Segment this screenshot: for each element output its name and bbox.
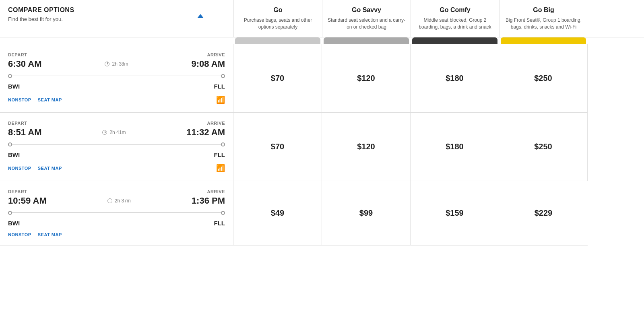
flight-3-duration: 2h 37m xyxy=(107,198,131,204)
origin-dot-3 xyxy=(8,211,12,215)
depart-label-2: DEPART xyxy=(8,121,27,126)
column-go-savvy-desc: Standard seat selection and a carry-on o… xyxy=(327,17,406,31)
seat-map-link-3[interactable]: SEAT MAP xyxy=(38,232,62,237)
flights-table: DEPART ARRIVE 6:30 AM 2h 38m 9:08 AM BWI… xyxy=(0,44,644,245)
arrive-label-3: ARRIVE xyxy=(207,189,225,194)
dest-dot-2 xyxy=(221,142,225,146)
flight-3-footer: NONSTOP SEAT MAP xyxy=(8,232,225,237)
dest-dot-3 xyxy=(221,211,225,215)
compare-left: COMPARE OPTIONS Find the best fit for yo… xyxy=(0,0,233,37)
flight-1-depart-time: 6:30 AM xyxy=(8,59,42,69)
column-go-big: Go Big Big Front Seat®, Group 1 boarding… xyxy=(499,0,588,37)
flight-3-airports: BWI FLL xyxy=(8,220,225,227)
flight-3-route xyxy=(8,211,225,215)
flight-3-times: 10:59 AM 2h 37m 1:36 PM xyxy=(8,196,225,206)
wifi-icon-1: 📶 xyxy=(216,95,225,104)
page-wrapper: COMPARE OPTIONS Find the best fit for yo… xyxy=(0,0,644,330)
flight-2-times: 8:51 AM 2h 41m 11:32 AM xyxy=(8,127,225,138)
seat-map-link-2[interactable]: SEAT MAP xyxy=(38,166,62,171)
origin-dot-1 xyxy=(8,74,12,78)
compare-subtitle: Find the best fit for you. xyxy=(8,16,63,22)
wifi-icon-2: 📶 xyxy=(216,164,225,173)
color-bar-go-big xyxy=(501,37,586,44)
flight-2-labels: DEPART ARRIVE xyxy=(8,121,225,126)
flight-1-arrive-time: 9:08 AM xyxy=(191,59,225,69)
clock-icon-3 xyxy=(107,198,112,203)
route-line-1 xyxy=(12,76,221,76)
flight-3-arrive-time: 1:36 PM xyxy=(192,196,225,206)
route-line-3 xyxy=(12,212,221,213)
origin-code-2: BWI xyxy=(8,151,20,158)
column-go: Go Purchase bags, seats and other option… xyxy=(233,0,322,37)
column-go-savvy: Go Savvy Standard seat selection and a c… xyxy=(322,0,411,37)
compare-title: COMPARE OPTIONS xyxy=(8,6,74,14)
flight-2-price-go[interactable]: $70 xyxy=(233,113,322,181)
flight-1-airports: BWI FLL xyxy=(8,83,225,90)
flight-1-labels: DEPART ARRIVE xyxy=(8,52,225,57)
flight-1-price-go[interactable]: $70 xyxy=(233,44,322,113)
flight-2-airports: BWI FLL xyxy=(8,151,225,158)
flight-1-price-comfy[interactable]: $180 xyxy=(411,44,499,113)
flight-row-3-info: DEPART ARRIVE 10:59 AM 2h 37m 1:36 PM BW… xyxy=(0,181,233,245)
color-bar-row xyxy=(0,37,644,44)
flight-3-depart-time: 10:59 AM xyxy=(8,196,47,206)
flight-3-price-savvy[interactable]: $99 xyxy=(322,181,411,245)
flight-1-duration: 2h 38m xyxy=(105,61,128,67)
flight-2-footer: NONSTOP SEAT MAP 📶 xyxy=(8,164,225,173)
flight-2-price-big[interactable]: $250 xyxy=(499,113,588,181)
dest-code-2: FLL xyxy=(214,151,225,158)
origin-dot-2 xyxy=(8,142,12,146)
nonstop-badge-1: NONSTOP xyxy=(8,97,31,102)
column-go-comfy: Go Comfy Middle seat blocked, Group 2 bo… xyxy=(411,0,499,37)
dest-dot-1 xyxy=(221,74,225,78)
flight-3-price-comfy[interactable]: $159 xyxy=(411,181,499,245)
flight-3-price-go[interactable]: $49 xyxy=(233,181,322,245)
column-go-big-title: Go Big xyxy=(504,6,583,14)
column-go-savvy-title: Go Savvy xyxy=(327,6,406,14)
seat-map-link-1[interactable]: SEAT MAP xyxy=(38,97,62,102)
flight-3-price-big[interactable]: $229 xyxy=(499,181,588,245)
color-bar-go xyxy=(235,37,320,44)
depart-label-3: DEPART xyxy=(8,189,27,194)
flight-row-1-info: DEPART ARRIVE 6:30 AM 2h 38m 9:08 AM BWI… xyxy=(0,44,233,113)
color-bar-left xyxy=(0,37,233,44)
clock-icon-1 xyxy=(105,62,109,66)
flight-1-footer: NONSTOP SEAT MAP 📶 xyxy=(8,95,225,104)
origin-code-3: BWI xyxy=(8,220,20,227)
column-go-title: Go xyxy=(239,6,317,14)
clock-icon-2 xyxy=(102,130,107,135)
column-go-comfy-title: Go Comfy xyxy=(416,6,494,14)
flight-1-price-savvy[interactable]: $120 xyxy=(322,44,411,113)
origin-code-1: BWI xyxy=(8,83,20,90)
flight-2-duration: 2h 41m xyxy=(102,130,126,135)
flight-2-arrive-time: 11:32 AM xyxy=(186,127,225,138)
flight-1-times: 6:30 AM 2h 38m 9:08 AM xyxy=(8,59,225,69)
arrive-label-2: ARRIVE xyxy=(207,121,225,126)
column-go-big-desc: Big Front Seat®, Group 1 boarding, bags,… xyxy=(504,17,583,31)
flight-3-labels: DEPART ARRIVE xyxy=(8,189,225,194)
route-line-2 xyxy=(12,144,221,144)
flight-2-depart-time: 8:51 AM xyxy=(8,127,42,138)
flight-2-price-savvy[interactable]: $120 xyxy=(322,113,411,181)
chevron-up-icon[interactable] xyxy=(197,14,204,18)
color-bar-go-savvy xyxy=(324,37,409,44)
collapse-button[interactable] xyxy=(197,13,204,19)
compare-header: COMPARE OPTIONS Find the best fit for yo… xyxy=(0,0,644,37)
dest-code-1: FLL xyxy=(214,83,225,90)
flight-2-route xyxy=(8,142,225,146)
flight-1-route xyxy=(8,74,225,78)
nonstop-badge-3: NONSTOP xyxy=(8,232,31,237)
color-bar-go-comfy xyxy=(412,37,497,44)
flight-row-2-info: DEPART ARRIVE 8:51 AM 2h 41m 11:32 AM BW… xyxy=(0,113,233,181)
column-go-comfy-desc: Middle seat blocked, Group 2 boarding, b… xyxy=(416,17,494,31)
flight-2-price-comfy[interactable]: $180 xyxy=(411,113,499,181)
column-go-desc: Purchase bags, seats and other options s… xyxy=(239,17,317,31)
nonstop-badge-2: NONSTOP xyxy=(8,166,31,171)
flight-1-price-big[interactable]: $250 xyxy=(499,44,588,113)
dest-code-3: FLL xyxy=(214,220,225,227)
depart-label-1: DEPART xyxy=(8,52,27,57)
arrive-label-1: ARRIVE xyxy=(207,52,225,57)
